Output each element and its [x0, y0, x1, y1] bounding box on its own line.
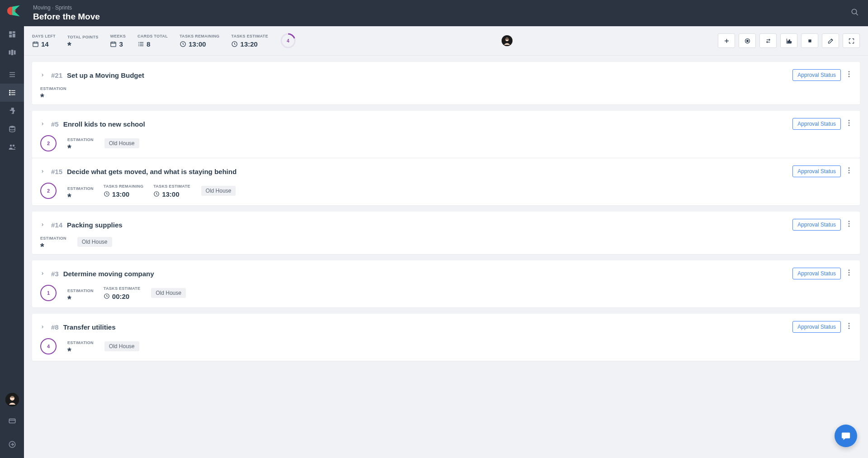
svg-rect-8	[9, 74, 15, 75]
search-icon[interactable]	[851, 8, 859, 18]
more-icon[interactable]	[846, 118, 852, 130]
svg-point-68	[849, 226, 850, 227]
svg-point-56	[849, 74, 850, 75]
svg-rect-4	[9, 51, 10, 55]
nav-sprints[interactable]	[0, 102, 24, 120]
asterisk-icon: *	[67, 146, 71, 151]
card[interactable]: #21 Set up a Moving Budget Approval Stat…	[32, 62, 860, 104]
card[interactable]: #14 Packing supplies Approval Status EST…	[32, 212, 860, 254]
more-icon[interactable]	[846, 165, 852, 177]
svg-point-59	[849, 123, 850, 124]
svg-point-70	[849, 272, 850, 274]
card-estimation: ESTIMATION*	[67, 137, 94, 149]
stat-tasks-remaining-label: TASKS REMAINING	[180, 34, 219, 38]
card-title: Decide what gets moved, and what is stay…	[67, 168, 237, 175]
approval-status-button[interactable]: Approval Status	[792, 69, 841, 81]
svg-rect-39	[138, 45, 139, 46]
card[interactable]: #15 Decide what gets moved, and what is …	[32, 158, 860, 205]
card-group: #3 Determine moving company Approval Sta…	[32, 260, 860, 307]
fullscreen-button[interactable]	[843, 33, 860, 48]
svg-rect-22	[9, 419, 15, 423]
svg-rect-10	[9, 90, 10, 91]
svg-point-58	[849, 120, 850, 121]
chevron-right-icon[interactable]	[40, 120, 47, 128]
user-avatar[interactable]	[5, 393, 19, 406]
svg-point-60	[849, 125, 850, 126]
stat-days-left: DAYS LEFT 14	[32, 34, 56, 48]
chevron-right-icon[interactable]	[40, 221, 47, 229]
svg-rect-9	[9, 76, 15, 77]
card-tag[interactable]: Old House	[77, 237, 112, 247]
nav-billing[interactable]	[0, 412, 24, 430]
card-title: Determine moving company	[63, 270, 154, 278]
nav-backlog[interactable]	[0, 120, 24, 138]
approval-status-button[interactable]: Approval Status	[792, 268, 841, 279]
card-id: #15	[51, 168, 62, 175]
calendar-icon	[110, 41, 117, 47]
add-button[interactable]	[718, 33, 735, 48]
card[interactable]: #5 Enroll kids to new school Approval St…	[32, 111, 860, 158]
clock-icon	[153, 191, 160, 197]
asterisk-icon: *	[67, 43, 71, 48]
approval-status-button[interactable]: Approval Status	[792, 118, 841, 130]
chevron-right-icon[interactable]	[40, 269, 47, 278]
nav-list-simple[interactable]	[0, 66, 24, 84]
card-tag[interactable]: Old House	[104, 341, 139, 351]
assignee-avatar[interactable]	[501, 35, 513, 47]
focus-button[interactable]	[739, 33, 756, 48]
chat-fab[interactable]	[835, 425, 857, 447]
svg-rect-27	[33, 42, 38, 47]
nav-boards[interactable]	[0, 43, 24, 61]
breadcrumb[interactable]: Moving · Sprints	[33, 5, 100, 11]
more-icon[interactable]	[846, 69, 852, 81]
svg-point-69	[849, 269, 850, 271]
chevron-right-icon[interactable]	[40, 323, 47, 331]
transfer-button[interactable]	[759, 33, 777, 48]
svg-rect-54	[808, 39, 811, 42]
more-icon[interactable]	[846, 268, 852, 279]
svg-rect-14	[9, 94, 10, 95]
nav-dashboard[interactable]	[0, 25, 24, 43]
svg-rect-53	[790, 41, 791, 42]
svg-point-74	[849, 326, 850, 327]
nav-team[interactable]	[0, 138, 24, 156]
approval-status-button[interactable]: Approval Status	[792, 165, 841, 177]
clock-icon	[104, 293, 110, 299]
chevron-right-icon[interactable]	[40, 167, 47, 175]
edit-button[interactable]	[822, 33, 839, 48]
chart-button[interactable]	[780, 33, 797, 48]
nav-list-detailed[interactable]	[0, 84, 24, 102]
svg-point-25	[852, 9, 857, 14]
card-id: #8	[51, 323, 59, 331]
nav-logout[interactable]	[0, 435, 24, 453]
card-progress-ring: 2	[40, 183, 57, 199]
card-tag[interactable]: Old House	[104, 138, 139, 148]
card-title: Packing supplies	[67, 221, 123, 229]
stop-button[interactable]	[801, 33, 818, 48]
card-group: #21 Set up a Moving Budget Approval Stat…	[32, 62, 860, 104]
chevron-right-icon[interactable]	[40, 71, 47, 79]
svg-rect-11	[11, 90, 15, 91]
card-group: #8 Transfer utilities Approval Status 4 …	[32, 314, 860, 361]
stat-tasks-estimate-label: TASKS ESTIMATE	[231, 34, 268, 38]
svg-rect-36	[140, 42, 143, 42]
card[interactable]: #3 Determine moving company Approval Sta…	[32, 260, 860, 307]
svg-point-61	[849, 167, 850, 169]
svg-point-67	[849, 223, 850, 225]
approval-status-button[interactable]: Approval Status	[792, 321, 841, 333]
card-tag[interactable]: Old House	[151, 288, 186, 298]
svg-rect-13	[11, 92, 15, 93]
svg-rect-1	[12, 31, 15, 33]
more-icon[interactable]	[846, 321, 852, 333]
app-logo[interactable]	[4, 5, 21, 17]
svg-rect-7	[9, 72, 15, 73]
card[interactable]: #8 Transfer utilities Approval Status 4 …	[32, 314, 860, 361]
card-tag[interactable]: Old House	[201, 186, 236, 196]
card-tasks-remaining: TASKS REMAINING13:00	[104, 184, 143, 198]
svg-rect-31	[111, 42, 116, 47]
more-icon[interactable]	[846, 219, 852, 231]
card-estimation: ESTIMATION*	[67, 340, 94, 352]
approval-status-button[interactable]: Approval Status	[792, 219, 841, 231]
svg-point-73	[849, 323, 850, 324]
svg-rect-52	[789, 40, 790, 42]
